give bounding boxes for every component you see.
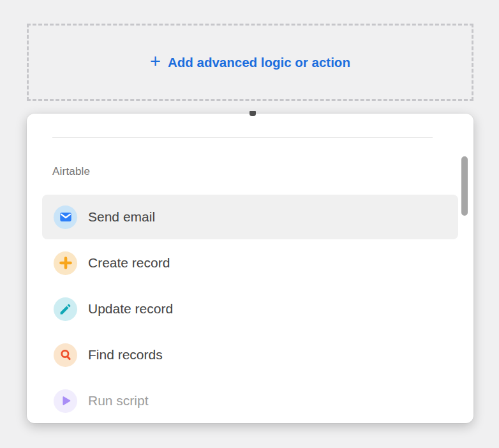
clipped-text-artifact [250, 111, 256, 116]
menu-item-find-records[interactable]: Find records [42, 332, 458, 377]
menu-item-update-record[interactable]: Update record [42, 287, 458, 331]
dropdown-scrollbar[interactable] [461, 156, 468, 216]
plus-icon [54, 251, 77, 275]
add-advanced-logic-or-action-button[interactable]: + Add advanced logic or action [27, 24, 473, 101]
menu-item-label: Send email [88, 209, 155, 225]
section-label-airtable: Airtable [52, 165, 90, 178]
search-icon [54, 343, 77, 367]
menu-item-label: Update record [88, 301, 173, 317]
menu-item-label: Run script [88, 393, 149, 408]
menu-item-create-record[interactable]: Create record [42, 241, 458, 285]
plus-icon: + [150, 52, 161, 71]
pencil-icon [54, 297, 77, 321]
envelope-icon [54, 205, 77, 229]
action-picker-dropdown: Airtable Send email Create record [27, 114, 473, 423]
menu-item-send-email[interactable]: Send email [42, 195, 458, 239]
menu-item-label: Find records [88, 347, 163, 362]
menu-item-run-script[interactable]: Run script [42, 378, 458, 423]
action-menu-list: Send email Create record Update record [42, 195, 458, 424]
menu-item-label: Create record [88, 255, 170, 271]
dropdown-divider [52, 137, 433, 138]
play-icon [54, 389, 77, 413]
add-action-button-label: Add advanced logic or action [168, 55, 350, 70]
